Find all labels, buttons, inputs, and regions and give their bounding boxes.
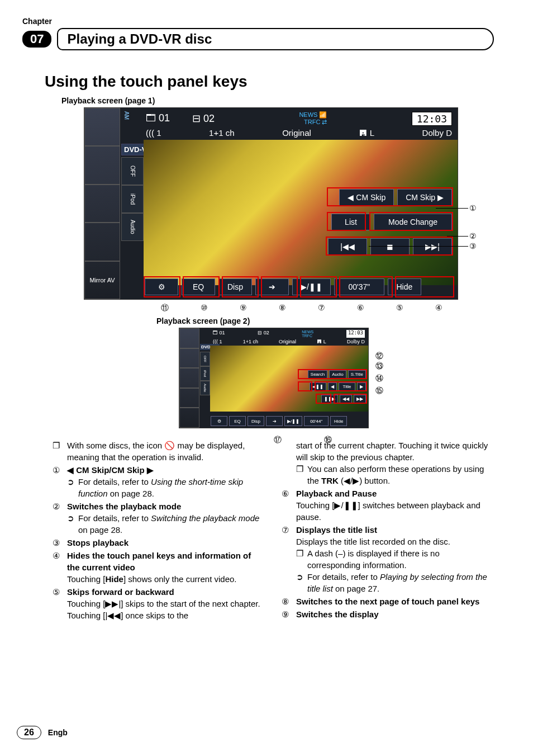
slow-button[interactable]: ❚❚▶ bbox=[321, 395, 338, 403]
play-mode: Original bbox=[282, 128, 311, 138]
eq-button[interactable]: EQ bbox=[229, 416, 246, 426]
sidebar-item[interactable] bbox=[179, 388, 199, 408]
clock: 12:03 bbox=[412, 112, 452, 126]
callout-13: ⑬ bbox=[375, 361, 383, 371]
disp-button[interactable]: Disp bbox=[218, 278, 252, 295]
cm-skip-back-button[interactable]: ◀ CM Skip bbox=[339, 189, 394, 206]
screen1-caption: Playback screen (page 1) bbox=[61, 96, 494, 105]
right-column: start of the current chapter. Touching i… bbox=[282, 440, 494, 621]
play-mode: Original bbox=[279, 339, 296, 344]
disp-button[interactable]: Disp bbox=[248, 416, 264, 426]
chapter-number-display: ⊟ 02 bbox=[192, 112, 215, 125]
next-page-button[interactable]: ➔ bbox=[266, 416, 283, 426]
news-trfc-indicator: NEWS 📶TRFC ⇄ bbox=[299, 111, 327, 126]
video-area: Search Audio S.Title ◀❚❚ ◀ Title ▶ ❚❚▶ ◀… bbox=[210, 346, 368, 412]
stitle-button[interactable]: S.Title bbox=[348, 370, 366, 379]
cm-skip-fwd-button[interactable]: CM Skip ▶ bbox=[397, 189, 452, 206]
channel-mode: 1+1 ch bbox=[209, 128, 234, 138]
chapter-number-display: ⊟ 02 bbox=[258, 330, 269, 338]
screen2-caption: Playback screen (page 2) bbox=[156, 316, 494, 325]
settings-button[interactable]: ⚙ bbox=[145, 278, 178, 295]
title-back-button[interactable]: ◀ bbox=[328, 382, 337, 391]
page-number: 26 bbox=[17, 726, 41, 739]
callout-12: ⑫ bbox=[375, 351, 383, 361]
title-label: Title bbox=[339, 382, 355, 391]
play-pause-button[interactable]: ▶/❚❚ bbox=[284, 416, 302, 426]
dolby-label: Dolby D bbox=[347, 339, 365, 344]
sidebar-item[interactable] bbox=[179, 348, 199, 368]
elapsed-time: 00'44" bbox=[304, 416, 329, 426]
language-code: Engb bbox=[48, 728, 68, 737]
callout-4: ④ bbox=[435, 303, 442, 313]
chapter-label: Chapter bbox=[22, 17, 494, 26]
tab-ipod[interactable]: iPod bbox=[121, 185, 144, 213]
tab-audio[interactable]: Audio bbox=[200, 381, 210, 395]
callout-3: ③ bbox=[469, 242, 477, 251]
clock: 12:03 bbox=[346, 330, 365, 338]
section-heading: Using the touch panel keys bbox=[45, 73, 494, 91]
callout-9: ⑨ bbox=[240, 303, 247, 313]
callout-5: ⑤ bbox=[396, 303, 403, 313]
audio-button[interactable]: Audio bbox=[329, 370, 346, 379]
tab-off[interactable]: OFF bbox=[121, 157, 144, 185]
news-indicator: NEWSTRFC bbox=[302, 330, 313, 338]
sidebar-item[interactable] bbox=[84, 185, 120, 223]
eq-button[interactable]: EQ bbox=[182, 278, 215, 295]
callout-7: ⑦ bbox=[318, 303, 325, 313]
sidebar-item[interactable] bbox=[179, 328, 199, 348]
title-fwd-button[interactable]: ▶ bbox=[357, 382, 366, 391]
callout-10: ⑩ bbox=[201, 303, 208, 313]
play-pause-button[interactable]: ▶/❚❚ bbox=[292, 278, 331, 295]
hide-button[interactable]: Hide bbox=[330, 416, 347, 426]
search-button[interactable]: Search bbox=[308, 370, 327, 379]
video-area: ◀ CM Skip CM Skip ▶ List Mode Change |◀◀… bbox=[144, 140, 458, 285]
tab-off[interactable]: OFF bbox=[200, 352, 210, 366]
callout-2: ② bbox=[469, 231, 477, 240]
bottom-bar: ⚙ EQ Disp ➔ ▶/❚❚ 00'37" Hide bbox=[84, 275, 458, 299]
hide-button[interactable]: Hide bbox=[388, 278, 421, 295]
tab-ipod[interactable]: iPod bbox=[200, 366, 210, 381]
callout-6: ⑥ bbox=[357, 303, 364, 313]
page-header: 07 Playing a DVD-VR disc bbox=[22, 28, 494, 50]
sidebar-item[interactable] bbox=[179, 368, 199, 388]
left-column: ❐ With some discs, the icon 🚫 may be dis… bbox=[53, 440, 265, 621]
rewind-button[interactable]: ◀◀ bbox=[340, 395, 352, 403]
elapsed-time: 00'37" bbox=[334, 278, 384, 295]
sidebar-item[interactable] bbox=[84, 223, 120, 261]
mode-change-button[interactable]: Mode Change bbox=[374, 214, 452, 230]
disc-side: 🖪 L bbox=[317, 339, 326, 344]
title-number: 🗔 01 bbox=[213, 330, 225, 338]
page-footer: 26 Engb bbox=[17, 726, 68, 739]
callout-1: ① bbox=[469, 204, 477, 212]
next-chapter-button[interactable]: ▶▶| bbox=[413, 238, 452, 255]
fastfwd-button[interactable]: ▶▶ bbox=[354, 395, 366, 403]
callout-11: ⑪ bbox=[161, 303, 169, 313]
am-label: AM bbox=[123, 111, 130, 120]
dolby-label: Dolby D bbox=[422, 128, 452, 138]
list-button[interactable]: List bbox=[331, 214, 370, 230]
playback-screen-1: Mirror AV AM 🗔 01 ⊟ 02 NEWS 📶TRFC ⇄ 12:0… bbox=[84, 107, 458, 300]
frame-back-button[interactable]: ◀❚❚ bbox=[310, 382, 326, 391]
stop-button[interactable]: ◼ bbox=[370, 238, 410, 255]
prev-chapter-button[interactable]: |◀◀ bbox=[328, 238, 367, 255]
title-number: 🗔 01 bbox=[146, 112, 170, 125]
callout-16: ⑯ bbox=[324, 435, 332, 445]
callout-15: ⑮ bbox=[375, 386, 383, 396]
source-sidebar: Mirror AV bbox=[84, 108, 120, 299]
disc-side: 🖪 L bbox=[359, 128, 374, 138]
tab-audio[interactable]: Audio bbox=[121, 213, 144, 241]
source-tabs: OFF iPod Audio bbox=[121, 157, 144, 241]
next-page-button[interactable]: ➔ bbox=[255, 278, 289, 295]
audio-channel: ((( 1 bbox=[146, 128, 161, 138]
callout-14: ⑭ bbox=[375, 374, 383, 384]
callout-17: ⑰ bbox=[274, 435, 282, 445]
channel-mode: 1+1 ch bbox=[243, 339, 258, 344]
chapter-title: Playing a DVD-VR disc bbox=[57, 28, 494, 50]
chapter-number: 07 bbox=[22, 31, 51, 48]
sidebar-item[interactable] bbox=[84, 146, 120, 184]
sidebar-item[interactable] bbox=[84, 108, 120, 146]
callout-8: ⑧ bbox=[279, 303, 286, 313]
settings-button[interactable]: ⚙ bbox=[211, 416, 227, 426]
playback-screen-2: 🗔 01 ⊟ 02 NEWSTRFC 12:03 ((( 1 1+1 ch Or… bbox=[179, 328, 369, 428]
